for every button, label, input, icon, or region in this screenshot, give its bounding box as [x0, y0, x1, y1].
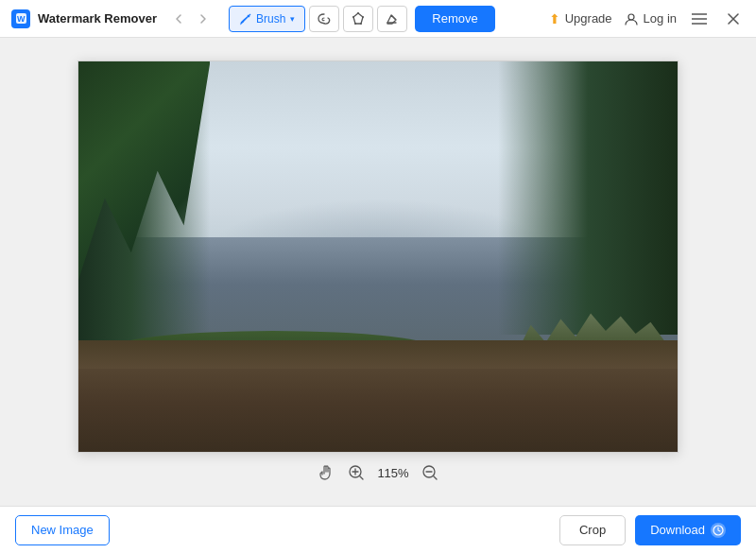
tree-right: [498, 61, 678, 335]
titlebar-left: W Watermark Remover: [11, 6, 495, 32]
remove-button[interactable]: Remove: [415, 6, 494, 32]
forward-button[interactable]: [193, 9, 214, 29]
svg-point-4: [360, 23, 362, 25]
brush-tool-button[interactable]: Brush ▾: [229, 6, 305, 32]
bottom-right-actions: Crop Download: [559, 515, 741, 545]
close-button[interactable]: [722, 8, 745, 30]
svg-point-2: [357, 12, 359, 14]
main-content: 115%: [0, 38, 756, 506]
titlebar-right: ⬆ Upgrade Log in: [549, 8, 745, 30]
toolbar: Brush ▾: [229, 6, 495, 32]
svg-text:W: W: [17, 14, 26, 24]
download-label: Download: [650, 523, 705, 537]
image-container[interactable]: [77, 60, 679, 453]
login-label: Log in: [644, 11, 677, 26]
titlebar: W Watermark Remover: [0, 0, 756, 38]
zoom-out-button[interactable]: [420, 462, 440, 483]
svg-point-3: [362, 16, 364, 18]
download-button[interactable]: Download: [635, 515, 741, 545]
menu-button[interactable]: [688, 8, 711, 30]
hand-icon: [316, 462, 336, 483]
app-logo: W: [11, 9, 30, 28]
upgrade-label: Upgrade: [565, 11, 612, 26]
svg-point-5: [354, 23, 356, 25]
app-title: Watermark Remover: [38, 11, 157, 26]
brush-label: Brush: [256, 12, 285, 26]
login-button[interactable]: Log in: [624, 11, 677, 26]
bottom-bar: New Image Crop Download: [0, 506, 756, 553]
zoom-percent: 115%: [376, 466, 410, 480]
polygon-lasso-button[interactable]: [343, 6, 373, 32]
ground-layer: [78, 354, 678, 452]
crop-button[interactable]: Crop: [559, 515, 626, 545]
download-clock-icon: [711, 523, 726, 538]
new-image-button[interactable]: New Image: [15, 515, 110, 545]
upgrade-icon: ⬆: [549, 11, 560, 26]
eraser-tool-button[interactable]: [377, 6, 407, 32]
lasso-tool-button[interactable]: [309, 6, 339, 32]
zoom-bar: 115%: [316, 462, 440, 483]
zoom-in-button[interactable]: [346, 462, 367, 483]
back-button[interactable]: [168, 9, 189, 29]
nav-arrows: [168, 9, 214, 29]
upgrade-button[interactable]: ⬆ Upgrade: [549, 11, 612, 26]
brush-chevron: ▾: [290, 14, 295, 24]
svg-point-7: [628, 14, 634, 20]
canvas-area: [77, 60, 679, 453]
photo-background: [78, 61, 678, 452]
svg-point-6: [352, 16, 354, 18]
